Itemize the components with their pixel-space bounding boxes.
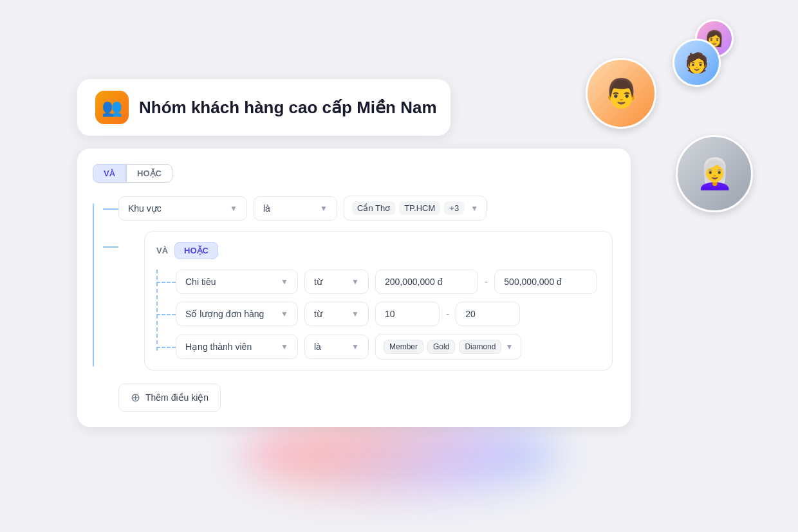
tag-can-tho: Cần Thơ	[352, 201, 395, 215]
so-luong-op-chevron: ▼	[351, 309, 359, 318]
plus-circle-icon: ⊕	[131, 390, 140, 405]
chi-tieu-connector	[156, 282, 176, 283]
top-toggle-row: VÀ HOẶC	[93, 164, 613, 183]
background-gradient	[238, 416, 560, 493]
so-luong-connector	[156, 314, 176, 315]
sub-group-connector	[103, 246, 118, 248]
top-and-button[interactable]: VÀ	[93, 164, 126, 183]
tag-gold: Gold	[427, 340, 455, 354]
hang-tv-tags[interactable]: Member Gold Diamond ▼	[375, 334, 521, 360]
hang-tv-tags-chevron: ▼	[505, 342, 513, 351]
so-luong-chevron: ▼	[281, 309, 288, 318]
group-icon: 👥	[95, 91, 129, 124]
hang-tv-operator[interactable]: là ▼	[304, 335, 369, 359]
tag-diamond: Diamond	[459, 340, 501, 354]
sub-or-button[interactable]: HOẶC	[174, 242, 218, 259]
chi-tieu-field[interactable]: Chi tiêu ▼	[176, 270, 298, 294]
hang-tv-label: Hạng thành viên	[185, 342, 252, 352]
so-luong-operator[interactable]: từ ▼	[304, 302, 369, 326]
add-condition-button[interactable]: ⊕ Thêm điều kiện	[118, 383, 221, 412]
main-tree-line	[93, 203, 94, 367]
so-luong-field[interactable]: Số lượng đơn hàng ▼	[176, 302, 298, 326]
so-luong-dash: -	[446, 308, 449, 320]
khu-vuc-operator-chevron: ▼	[320, 204, 328, 213]
chi-tieu-op-chevron: ▼	[351, 277, 359, 286]
filter-card: VÀ HOẶC Khu vực ▼ là ▼	[77, 149, 631, 427]
avatar-2: 👨	[586, 58, 656, 129]
sub-and-label: VÀ	[156, 246, 168, 255]
chi-tieu-from[interactable]: 200,000,000 đ	[375, 270, 478, 294]
avatar-3: 🧑	[673, 39, 721, 87]
title-card: 👥 Nhóm khách hàng cao cấp Miền Nam	[77, 79, 450, 136]
hang-tv-op-chevron: ▼	[351, 342, 359, 351]
khu-vuc-operator-label: là	[263, 203, 270, 214]
tag-member: Member	[384, 340, 423, 354]
hang-tv-op-label: là	[314, 342, 321, 352]
chi-tieu-label: Chi tiêu	[185, 277, 216, 287]
so-luong-label: Số lượng đơn hàng	[185, 309, 264, 319]
chi-tieu-op-label: từ	[314, 277, 322, 287]
chi-tieu-dash: -	[485, 276, 488, 288]
khu-vuc-chevron: ▼	[230, 204, 237, 213]
tag-tphcm: TP.HCM	[399, 201, 440, 215]
khu-vuc-field[interactable]: Khu vực ▼	[118, 196, 247, 221]
so-luong-from[interactable]: 10	[375, 302, 440, 326]
sub-toggle-row: VÀ HOẶC	[156, 242, 600, 259]
khu-vuc-tags-field[interactable]: Cần Thơ TP.HCM +3 ▼	[344, 196, 487, 221]
top-or-button[interactable]: HOẶC	[126, 164, 172, 183]
chi-tieu-chevron: ▼	[281, 277, 288, 286]
group-icon-emoji: 👥	[102, 98, 122, 118]
hang-tv-field[interactable]: Hạng thành viên ▼	[176, 335, 298, 359]
hang-tv-connector	[156, 347, 176, 348]
hang-tv-chevron: ▼	[281, 342, 288, 351]
sub-group-card: VÀ HOẶC Chi tiêu ▼	[144, 231, 613, 371]
chi-tieu-to[interactable]: 500,000,000 đ	[494, 270, 597, 294]
tags-chevron: ▼	[470, 204, 478, 213]
khu-vuc-connector	[103, 208, 118, 210]
so-luong-to[interactable]: 20	[456, 302, 520, 326]
avatar-4: 👩‍🦳	[676, 135, 753, 212]
tag-more: +3	[444, 201, 464, 215]
so-luong-op-label: từ	[314, 309, 322, 319]
khu-vuc-label: Khu vực	[128, 203, 162, 214]
khu-vuc-operator[interactable]: là ▼	[254, 196, 337, 221]
add-condition-label: Thêm điều kiện	[145, 392, 209, 403]
chi-tieu-operator[interactable]: từ ▼	[304, 270, 369, 294]
page-title: Nhóm khách hàng cao cấp Miền Nam	[139, 98, 437, 118]
